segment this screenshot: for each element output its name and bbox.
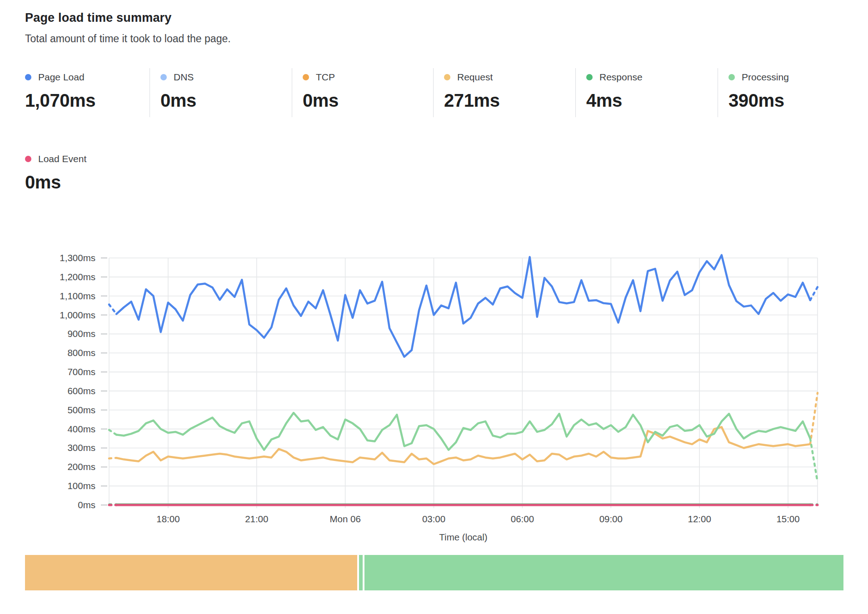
svg-text:400ms: 400ms <box>67 424 95 434</box>
bar-segment-request-share[interactable] <box>25 555 357 590</box>
svg-text:15:00: 15:00 <box>776 514 799 524</box>
load-time-chart[interactable]: 0ms100ms200ms300ms400ms500ms600ms700ms80… <box>0 0 868 550</box>
svg-text:200ms: 200ms <box>67 461 95 472</box>
svg-text:18:00: 18:00 <box>156 514 180 524</box>
svg-text:900ms: 900ms <box>67 328 95 339</box>
svg-text:800ms: 800ms <box>67 347 95 358</box>
svg-text:1,000ms: 1,000ms <box>60 310 95 320</box>
svg-text:700ms: 700ms <box>67 366 95 377</box>
svg-text:21:00: 21:00 <box>245 514 268 524</box>
bar-segment-divider-sliver[interactable] <box>359 555 363 590</box>
svg-text:09:00: 09:00 <box>599 514 623 524</box>
load-time-distribution-bar[interactable] <box>25 555 843 590</box>
svg-text:Time (local): Time (local) <box>439 532 487 542</box>
bar-segment-processing-share[interactable] <box>364 555 843 590</box>
svg-text:600ms: 600ms <box>67 386 95 396</box>
svg-text:500ms: 500ms <box>67 405 95 415</box>
svg-text:1,300ms: 1,300ms <box>60 253 95 263</box>
svg-text:0ms: 0ms <box>78 500 95 510</box>
svg-text:12:00: 12:00 <box>688 514 711 524</box>
svg-text:100ms: 100ms <box>67 480 95 491</box>
svg-text:Mon 06: Mon 06 <box>329 514 360 524</box>
svg-text:1,100ms: 1,100ms <box>60 291 95 301</box>
svg-text:03:00: 03:00 <box>422 514 445 524</box>
svg-text:06:00: 06:00 <box>511 514 534 524</box>
svg-text:1,200ms: 1,200ms <box>60 272 95 282</box>
svg-text:300ms: 300ms <box>67 442 95 453</box>
